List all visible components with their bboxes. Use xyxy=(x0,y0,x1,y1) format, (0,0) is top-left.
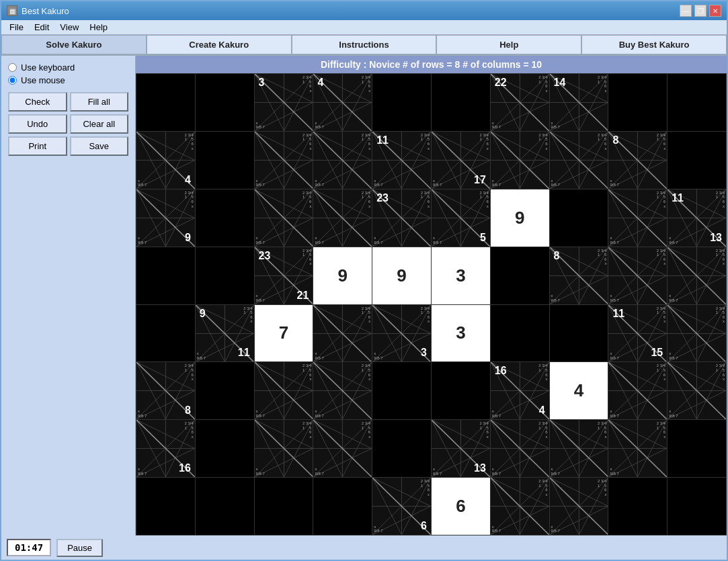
game-header: Difficulty : Novice # of rows = 8 # of c… xyxy=(136,56,727,73)
title-bar-controls: — ❐ ✕ xyxy=(680,5,721,17)
radio-mouse[interactable] xyxy=(8,76,17,85)
clue-cell: 2 3/41 5 6xx9/8 73 xyxy=(372,305,431,362)
answer-cell[interactable]: 9 xyxy=(372,247,431,304)
status-bar: 01:47 Pause xyxy=(1,535,727,560)
answer-cell[interactable]: 3 xyxy=(432,247,490,304)
timer-display: 01:47 xyxy=(7,539,51,556)
clue-cell: 2 3/41 5 6xx9/8 78 xyxy=(608,132,667,189)
answer-cell[interactable]: 3 xyxy=(432,305,490,362)
nav-instructions[interactable]: Instructions xyxy=(292,35,437,54)
clue-cell: 2 3/41 5 6xx9/8 7 xyxy=(550,478,608,535)
clue-cell: 2 3/41 5 6xx9/8 723 xyxy=(372,189,431,247)
check-button[interactable]: Check xyxy=(8,92,67,112)
clear-all-button[interactable]: Clear all xyxy=(70,114,129,134)
clue-cell: 2 3/41 5 6xx9/8 7 xyxy=(608,420,667,477)
restore-button[interactable]: ❐ xyxy=(694,5,706,17)
clue-cell: 2 3/41 5 6xx9/8 76 xyxy=(372,478,431,535)
clue-cell: 2 3/41 5 6xx9/8 7 xyxy=(608,247,667,304)
black-cell xyxy=(608,74,667,131)
minimize-button[interactable]: — xyxy=(680,5,692,17)
black-cell xyxy=(550,305,608,362)
clue-cell: 2 3/41 5 6xx9/8 7 xyxy=(255,362,313,419)
menu-bar: File Edit View Help xyxy=(1,20,727,35)
nav-buy[interactable]: Buy Best Kakuro xyxy=(581,35,727,54)
black-cell xyxy=(136,305,195,362)
black-cell xyxy=(196,74,254,131)
window-title: Best Kakuro xyxy=(22,6,69,16)
clue-cell: 2 3/41 5 6xx9/8 7 xyxy=(313,305,372,362)
menu-file[interactable]: File xyxy=(4,21,29,34)
answer-cell[interactable]: 9 xyxy=(491,189,549,247)
clue-cell: 2 3/41 5 6xx9/8 7 xyxy=(608,189,667,247)
clue-cell: 2 3/41 5 6xx9/8 7 xyxy=(491,420,549,477)
clue-cell: 2 3/41 5 6xx9/8 7 xyxy=(313,189,372,247)
nav-solve[interactable]: Solve Kakuro xyxy=(1,35,147,54)
black-cell xyxy=(372,362,431,419)
clue-cell: 2 3/41 5 6xx9/8 722 xyxy=(491,74,549,131)
clue-cell: 2 3/41 5 6xx9/8 79 xyxy=(136,189,195,247)
clue-cell: 2 3/41 5 6xx9/8 7 xyxy=(313,420,372,477)
clue-cell: 2 3/41 5 6xx9/8 7911 xyxy=(196,305,254,362)
menu-view[interactable]: View xyxy=(54,21,84,34)
control-buttons: Check Fill all Undo Clear all Print Save xyxy=(8,92,128,156)
clue-cell: 2 3/41 5 6xx9/8 74 xyxy=(313,74,372,131)
clue-cell: 2 3/41 5 6xx9/8 7164 xyxy=(491,362,549,419)
kakuro-grid: 2 3/41 5 6xx9/8 732 3/41 5 6xx9/8 742 3/… xyxy=(136,73,727,535)
clue-cell: 2 3/41 5 6xx9/8 7 xyxy=(255,189,313,247)
clue-cell: 2 3/41 5 6xx9/8 78 xyxy=(550,247,608,304)
clue-cell: 2 3/41 5 6xx9/8 714 xyxy=(550,74,608,131)
answer-cell[interactable]: 4 xyxy=(550,362,608,419)
answer-cell[interactable]: 9 xyxy=(313,247,372,304)
clue-cell: 2 3/41 5 6xx9/8 7 xyxy=(313,132,372,189)
black-cell xyxy=(608,478,667,535)
clue-cell: 2 3/41 5 6xx9/8 7 xyxy=(255,420,313,477)
fill-all-button[interactable]: Fill all xyxy=(70,92,129,112)
nav-bar: Solve Kakuro Create Kakuro Instructions … xyxy=(1,35,727,56)
black-cell xyxy=(196,189,254,247)
clue-cell: 2 3/41 5 6xx9/8 74 xyxy=(136,132,195,189)
answer-cell[interactable]: 6 xyxy=(432,478,490,535)
clue-cell: 2 3/41 5 6xx9/8 78 xyxy=(136,362,195,419)
black-cell xyxy=(196,247,254,304)
answer-cell[interactable]: 7 xyxy=(255,305,313,362)
menu-help[interactable]: Help xyxy=(84,21,113,34)
clue-cell: 2 3/41 5 6xx9/8 7 xyxy=(255,132,313,189)
nav-help[interactable]: Help xyxy=(436,35,581,54)
app-icon: ▦ xyxy=(7,5,17,16)
clue-cell: 2 3/41 5 6xx9/8 7 xyxy=(550,132,608,189)
black-cell xyxy=(196,362,254,419)
clue-cell: 2 3/41 5 6xx9/8 716 xyxy=(136,420,195,477)
clue-cell: 2 3/41 5 6xx9/8 72321 xyxy=(255,247,313,304)
clue-cell: 2 3/41 5 6xx9/8 7 xyxy=(668,362,726,419)
clue-cell: 2 3/41 5 6xx9/8 711 xyxy=(372,132,431,189)
clue-cell: 2 3/41 5 6xx9/8 717 xyxy=(432,132,490,189)
main-window: ▦ Best Kakuro — ❐ ✕ File Edit View Help … xyxy=(0,0,728,561)
black-cell xyxy=(196,132,254,189)
radio-mouse-label[interactable]: Use mouse xyxy=(8,75,128,85)
grid-wrapper: 2 3/41 5 6xx9/8 732 3/41 5 6xx9/8 742 3/… xyxy=(136,73,727,535)
title-bar: ▦ Best Kakuro — ❐ ✕ xyxy=(1,1,727,20)
black-cell xyxy=(491,305,549,362)
undo-button[interactable]: Undo xyxy=(8,114,67,134)
sidebar: Use keyboard Use mouse Check Fill all Un… xyxy=(1,56,136,535)
black-cell xyxy=(372,420,431,477)
pause-button[interactable]: Pause xyxy=(56,539,103,557)
main-area: Use keyboard Use mouse Check Fill all Un… xyxy=(1,56,727,535)
black-cell xyxy=(255,478,313,535)
radio-keyboard[interactable] xyxy=(8,63,17,72)
clue-cell: 2 3/41 5 6xx9/8 7 xyxy=(668,305,726,362)
menu-edit[interactable]: Edit xyxy=(29,21,54,34)
black-cell xyxy=(432,362,490,419)
radio-keyboard-label[interactable]: Use keyboard xyxy=(8,62,128,73)
black-cell xyxy=(550,189,608,247)
black-cell xyxy=(196,420,254,477)
clue-cell: 2 3/41 5 6xx9/8 7 xyxy=(550,420,608,477)
save-button[interactable]: Save xyxy=(70,136,129,156)
close-button[interactable]: ✕ xyxy=(709,5,721,17)
clue-cell: 2 3/41 5 6xx9/8 7 xyxy=(491,478,549,535)
print-button[interactable]: Print xyxy=(8,136,67,156)
clue-cell: 2 3/41 5 6xx9/8 713 xyxy=(432,420,490,477)
black-cell xyxy=(432,74,490,131)
clue-cell: 2 3/41 5 6xx9/8 7 xyxy=(491,132,549,189)
nav-create[interactable]: Create Kakuro xyxy=(147,35,292,54)
